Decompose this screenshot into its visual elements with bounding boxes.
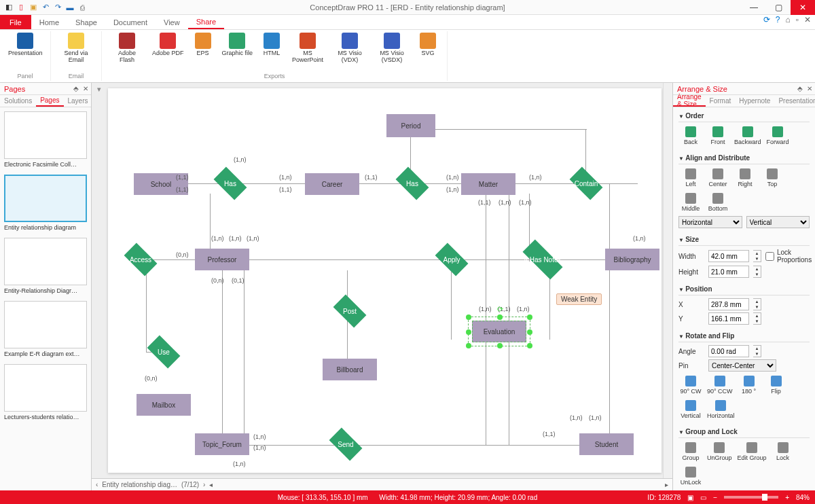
align-middle-button[interactable]: Middle	[678, 192, 703, 213]
file-tab[interactable]: File	[0, 15, 31, 29]
pin-icon[interactable]: ⬘	[73, 85, 79, 92]
lock-proportions-checkbox[interactable]	[765, 252, 774, 261]
entity-period[interactable]: Period	[386, 114, 435, 137]
presentation-button[interactable]: Presentation	[5, 31, 45, 58]
prop-tab-arrange[interactable]: Arrange & Size	[673, 95, 706, 107]
close-button[interactable]: ✕	[791, 0, 815, 15]
fit-page-icon[interactable]: ▣	[687, 494, 693, 501]
page-thumb[interactable]: Example E-R diagram ext…	[4, 301, 87, 357]
page-tab-name[interactable]: Entity relationship diag…	[102, 481, 177, 488]
export-pdf-button[interactable]: Adobe PDF	[149, 31, 187, 58]
tab-home[interactable]: Home	[31, 15, 67, 29]
zoom-level[interactable]: 84%	[796, 494, 810, 501]
entity-professor[interactable]: Professor	[195, 249, 249, 270]
width-input[interactable]	[708, 250, 749, 262]
width-spinner[interactable]: ▲▼	[753, 250, 761, 262]
cd-logo-icon[interactable]: ◧	[4, 3, 14, 12]
export-svg-button[interactable]: SVG	[414, 31, 441, 58]
order-forward-button[interactable]: Forward	[765, 125, 791, 147]
rotate-cw-button[interactable]: 90° CW	[678, 374, 703, 396]
relation-access[interactable]: Access	[120, 247, 161, 272]
order-backward-button[interactable]: Backward	[733, 125, 763, 147]
tab-document[interactable]: Document	[105, 15, 156, 29]
restore-icon[interactable]: ▫	[796, 15, 799, 24]
relation-notes[interactable]: It Has Notes	[515, 247, 570, 272]
selection-handles[interactable]: ⟳	[468, 317, 530, 346]
close-panel-icon[interactable]: ✕	[807, 85, 812, 92]
diagram-canvas[interactable]: Period School Career Matter Bibliography…	[108, 88, 662, 473]
pos-y-input[interactable]	[708, 312, 749, 325]
group-button[interactable]: Group	[678, 441, 703, 463]
align-left-button[interactable]: Left	[678, 167, 703, 189]
export-html-button[interactable]: HTML	[258, 31, 285, 58]
entity-billboard[interactable]: Billboard	[323, 359, 377, 380]
unlock-button[interactable]: UnLock	[678, 465, 703, 487]
zoom-in-button[interactable]: +	[785, 494, 789, 501]
section-rotate[interactable]: Rotate and Flip	[678, 330, 810, 342]
page-nav-prev[interactable]: ‹	[96, 481, 98, 488]
ungroup-button[interactable]: UnGroup	[706, 441, 734, 463]
height-spinner[interactable]: ▲▼	[753, 266, 761, 278]
order-back-button[interactable]: Back	[678, 125, 703, 147]
tab-share[interactable]: Share	[188, 15, 224, 29]
undo-icon[interactable]: ↶	[41, 3, 50, 12]
rotate-180-button[interactable]: 180 °	[737, 374, 761, 396]
page-nav-next[interactable]: ›	[203, 481, 205, 488]
entity-topic[interactable]: Topic_Forum	[195, 433, 249, 455]
scroll-left[interactable]: ◂	[209, 481, 213, 488]
align-top-button[interactable]: Top	[760, 167, 784, 189]
save-icon[interactable]: ▬	[65, 3, 75, 12]
export-vdx-button[interactable]: MS Visio (VDX)	[330, 31, 369, 65]
pos-x-input[interactable]	[708, 298, 749, 310]
relation-contain[interactable]: Contain	[566, 171, 606, 196]
page-thumb[interactable]: Lecturers-students relatio…	[4, 364, 87, 420]
zoom-out-button[interactable]: −	[713, 494, 717, 501]
subtab-pages[interactable]: Pages	[36, 95, 63, 107]
relation-post[interactable]: Post	[329, 299, 370, 323]
entity-mailbox[interactable]: Mailbox	[137, 394, 191, 416]
open-icon[interactable]: ▣	[29, 3, 38, 12]
relation-use[interactable]: Use	[143, 340, 184, 364]
home-icon[interactable]: ⌂	[785, 15, 790, 24]
redo-icon[interactable]: ↷	[53, 3, 62, 12]
zoom-slider[interactable]	[724, 496, 778, 499]
export-vsdx-button[interactable]: MS Visio (VSDX)	[372, 31, 412, 65]
page-thumb[interactable]: Entity relationship diagram	[4, 175, 87, 231]
minimize-button[interactable]: —	[742, 0, 766, 15]
tab-shape[interactable]: Shape	[67, 15, 105, 29]
print-icon[interactable]: ⎙	[77, 3, 87, 12]
angle-spinner[interactable]: ▲▼	[753, 345, 761, 357]
export-flash-button[interactable]: Adobe Flash	[107, 31, 147, 65]
x-spinner[interactable]: ▲▼	[753, 298, 761, 310]
new-icon[interactable]: ▯	[16, 3, 26, 12]
prop-tab-hypernote[interactable]: Hypernote	[735, 95, 774, 107]
export-eps-button[interactable]: EPS	[189, 31, 217, 58]
pin-icon[interactable]: ⬘	[797, 85, 803, 92]
entity-student[interactable]: Student	[579, 433, 634, 455]
flip-button[interactable]: Flip	[764, 374, 789, 396]
distribute-horizontal[interactable]: Horizontal	[678, 216, 742, 228]
relation-apply[interactable]: Apply	[431, 247, 472, 272]
tab-view[interactable]: View	[156, 15, 188, 29]
vertical-scrollbar[interactable]	[663, 83, 672, 478]
order-front-button[interactable]: Front	[706, 125, 730, 147]
lock-button[interactable]: Lock	[771, 441, 795, 463]
prop-tab-format[interactable]: Format	[706, 95, 736, 107]
subtab-solutions[interactable]: Solutions	[0, 95, 36, 107]
subtab-layers[interactable]: Layers	[64, 95, 92, 107]
angle-input[interactable]	[708, 345, 749, 357]
export-graphic-button[interactable]: Graphic file	[219, 31, 256, 58]
entity-bibliography[interactable]: Bibliography	[605, 249, 659, 270]
distribute-vertical[interactable]: Vertical	[746, 216, 810, 228]
scroll-right[interactable]: ▸	[665, 481, 668, 488]
cloud-icon[interactable]: ⟳	[763, 15, 770, 24]
close-panel-icon[interactable]: ✕	[83, 85, 88, 92]
flip-horizontal-button[interactable]: Horizontal	[706, 399, 736, 420]
entity-matter[interactable]: Matter	[461, 173, 515, 195]
height-input[interactable]	[708, 266, 749, 278]
y-spinner[interactable]: ▲▼	[753, 312, 761, 325]
prop-tab-presentation[interactable]: Presentation	[774, 95, 815, 107]
section-order[interactable]: Order	[678, 110, 810, 122]
fit-width-icon[interactable]: ▭	[700, 494, 706, 501]
page-thumb[interactable]: Entity-Relationship Diagr…	[4, 238, 87, 294]
